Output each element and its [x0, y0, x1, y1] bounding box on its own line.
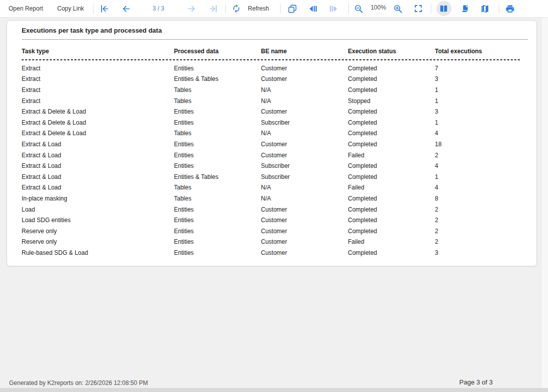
- zoom-in-icon: [393, 4, 403, 14]
- next-view-button[interactable]: [329, 4, 338, 14]
- table-cell: Completed: [348, 119, 435, 126]
- table-cell: Entities: [174, 152, 261, 159]
- table-row: Extract & LoadEntitiesCustomerCompleted1…: [22, 139, 520, 150]
- table-cell: Failed: [348, 238, 435, 245]
- table-cell: Customer: [261, 141, 348, 148]
- table-cell: 8: [435, 195, 520, 202]
- vertical-scrollbar[interactable]: [541, 18, 548, 388]
- refresh-button[interactable]: [232, 4, 241, 13]
- previous-view-button[interactable]: [308, 4, 318, 14]
- zoom-dropdown-dots: ...: [376, 11, 381, 13]
- column-header-total-executions: Total executions: [435, 48, 520, 55]
- table-cell: Tables: [174, 86, 261, 93]
- previous-page-icon: [121, 4, 131, 14]
- last-page-button[interactable]: [209, 4, 218, 14]
- table-cell: Extract & Load: [22, 173, 174, 180]
- generated-by-text: Generated by K2reports on: 2/26/2026 12:…: [9, 379, 148, 386]
- single-page-view-button[interactable]: [436, 1, 451, 16]
- previous-view-icon: [308, 4, 318, 14]
- page-indicator[interactable]: 3 / 3: [148, 5, 169, 12]
- previous-page-button[interactable]: [121, 4, 131, 14]
- refresh-icon: [232, 4, 241, 13]
- table-cell: N/A: [261, 195, 348, 202]
- table-cell: N/A: [261, 97, 348, 105]
- executions-table: Task type Processed data BE name Executi…: [22, 48, 520, 258]
- header-dashed-divider: [22, 59, 520, 60]
- print-button[interactable]: [505, 4, 515, 14]
- table-cell: Reserve only: [22, 238, 174, 245]
- table-cell: Completed: [348, 141, 435, 148]
- zoom-level-select[interactable]: 100% ...: [371, 4, 386, 13]
- table-cell: Tables: [174, 195, 261, 202]
- table-cell: N/A: [261, 130, 348, 137]
- table-cell: Entities: [174, 65, 261, 72]
- column-header-processed-data: Processed data: [174, 48, 261, 55]
- table-cell: Completed: [348, 217, 435, 224]
- table-row: Extract & Delete & LoadEntitiesCustomerC…: [22, 106, 520, 117]
- print-icon: [505, 4, 515, 14]
- refresh-label[interactable]: Refresh: [248, 5, 269, 12]
- table-cell: 1: [435, 97, 520, 105]
- table-cell: In-place masking: [22, 195, 174, 202]
- table-cell: Rule-based SDG & Load: [22, 249, 174, 256]
- table-cell: 2: [435, 206, 520, 213]
- table-cell: Completed: [348, 108, 435, 115]
- first-page-button[interactable]: [100, 4, 109, 14]
- column-header-be-name: BE name: [261, 48, 348, 55]
- table-cell: Entities: [174, 108, 261, 115]
- toolbar-separator: [348, 4, 349, 14]
- multiple-pages-view-button[interactable]: [480, 4, 490, 14]
- table-row: ExtractTablesN/ACompleted1: [22, 84, 520, 95]
- table-cell: 1: [435, 86, 520, 93]
- table-cell: Completed: [348, 195, 435, 202]
- table-cell: Tables: [174, 184, 261, 191]
- next-page-icon: [187, 4, 197, 14]
- table-row: ExtractEntitiesCustomerCompleted7: [22, 63, 520, 74]
- table-cell: 4: [435, 130, 520, 137]
- toolbar-separator: [225, 4, 226, 14]
- table-row: Reserve onlyEntitiesCustomerFailed2: [22, 237, 520, 248]
- table-row: ExtractEntities & TablesCustomerComplete…: [22, 74, 520, 85]
- table-row: Load SDG entitiesEntitiesCustomerComplet…: [22, 215, 520, 226]
- table-cell: 4: [435, 162, 520, 169]
- table-row: Extract & Delete & LoadEntitiesSubscribe…: [22, 117, 520, 128]
- whole-report-view-button[interactable]: [461, 4, 470, 14]
- open-report-button[interactable]: Open Report: [9, 5, 43, 12]
- table-cell: Subscriber: [261, 119, 348, 126]
- next-page-button[interactable]: [187, 4, 197, 14]
- table-cell: Entities: [174, 141, 261, 148]
- zoom-out-button[interactable]: [354, 4, 363, 14]
- fit-to-screen-button[interactable]: [414, 4, 423, 13]
- table-cell: Entities: [174, 119, 261, 126]
- table-row: Extract & LoadEntities & TablesSubscribe…: [22, 171, 520, 182]
- table-cell: Entities: [174, 206, 261, 213]
- copy-page-icon: [288, 4, 297, 14]
- table-cell: 2: [435, 152, 520, 159]
- copy-page-button[interactable]: [288, 4, 297, 14]
- table-cell: 3: [435, 75, 520, 82]
- table-cell: Extract & Load: [22, 162, 174, 169]
- table-cell: Extract & Load: [22, 141, 174, 148]
- table-cell: Customer: [261, 249, 348, 256]
- table-cell: Load SDG entities: [22, 217, 174, 224]
- toolbar-separator: [93, 4, 94, 14]
- zoom-in-button[interactable]: [393, 4, 403, 14]
- table-cell: Customer: [261, 65, 348, 72]
- table-body: ExtractEntitiesCustomerCompleted7Extract…: [22, 63, 520, 258]
- horizontal-scrollbar[interactable]: [0, 388, 548, 392]
- table-cell: Extract: [22, 97, 174, 105]
- table-cell: Extract: [22, 86, 174, 93]
- table-cell: Entities: [174, 238, 261, 245]
- table-cell: Completed: [348, 130, 435, 137]
- table-row: Extract & LoadTablesN/AFailed4: [22, 182, 520, 193]
- table-cell: Entities: [174, 217, 261, 224]
- table-cell: Entities & Tables: [174, 75, 261, 82]
- table-cell: Completed: [348, 173, 435, 180]
- table-cell: 2: [435, 217, 520, 224]
- table-cell: 18: [435, 141, 520, 148]
- copy-link-button[interactable]: Copy Link: [57, 5, 84, 12]
- table-row: LoadEntitiesCustomerCompleted2: [22, 204, 520, 215]
- table-cell: 4: [435, 184, 520, 191]
- table-cell: Customer: [261, 228, 348, 235]
- table-cell: Entities: [174, 162, 261, 169]
